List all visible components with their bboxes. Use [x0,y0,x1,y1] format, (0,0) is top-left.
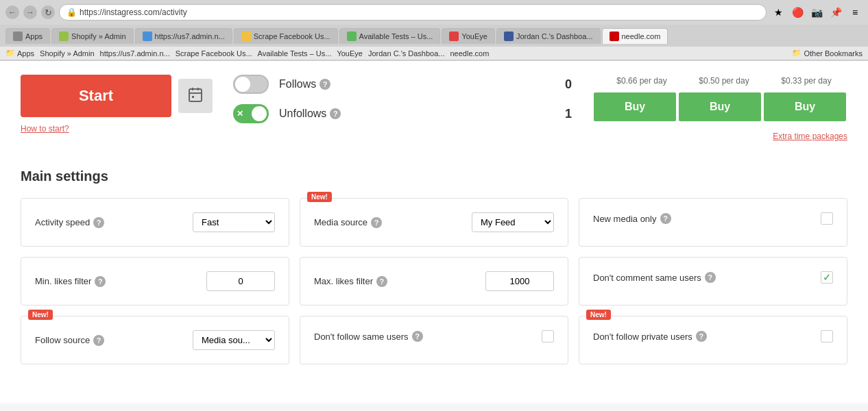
back-button[interactable]: ← [5,5,19,19]
min-likes-input[interactable] [206,271,275,291]
dont-follow-same-users-card: Don't follow same users ? [300,316,568,364]
new-media-only-row: New media only ? [593,212,833,225]
svg-rect-4 [192,96,194,98]
tab-apps[interactable]: Apps [5,28,50,44]
unfollows-help-icon[interactable]: ? [330,108,341,119]
media-source-row: Media source ? My Feed Hashtag Location … [314,212,554,232]
calendar-button[interactable] [178,79,213,113]
activity-speed-row: Activity speed ? Fast Slow Medium Very F… [35,212,275,232]
refresh-button[interactable]: ↻ [41,5,55,19]
svg-rect-0 [189,89,202,101]
tab-us7[interactable]: https://us7.admin.n... [135,28,232,44]
dont-follow-same-users-help-icon[interactable]: ? [412,331,423,342]
bookmark-shopify[interactable]: Shopify » Admin [40,49,95,58]
address-bar[interactable]: 🔒 https://instagress.com/activity [59,4,767,21]
dont-comment-same-users-card: Don't comment same users ? ✓ [579,257,847,306]
bookmark-apps[interactable]: 📁 Apps [5,49,34,58]
dont-follow-same-users-checkbox[interactable] [542,330,554,342]
extension-icon-1[interactable]: 🔴 [790,5,805,20]
bookmark-youeye[interactable]: YouEye [337,49,363,58]
menu-button[interactable]: ≡ [847,5,863,20]
bookmark-other[interactable]: 📁 Other Bookmarks [792,49,863,58]
tab-label: YouEye [461,32,487,40]
min-likes-card: Min. likes filter ? [21,257,289,306]
tab-favicon [504,32,514,41]
min-likes-help-icon[interactable]: ? [95,276,106,287]
bookmark-jordan[interactable]: Jordan C.'s Dashboa... [368,49,445,58]
main-settings-title: Main settings [21,169,847,184]
tab-favicon [13,32,23,41]
tab-scrape[interactable]: Scrape Facebook Us... [234,28,338,44]
dont-follow-private-help-icon[interactable]: ? [696,331,707,342]
lock-icon: 🔒 [67,8,77,17]
media-source-new-badge: New! [307,192,332,202]
media-source-help-icon[interactable]: ? [371,217,382,228]
activity-speed-card: Activity speed ? Fast Slow Medium Very F… [21,198,289,247]
media-source-label: Media source ? [314,217,382,228]
tab-label: Scrape Facebook Us... [254,32,330,40]
follow-source-select[interactable]: Media sou... Hashtag Location [193,330,275,350]
new-media-only-help-icon[interactable]: ? [660,213,671,224]
tabs-bar: Apps Shopify » Admin https://us7.admin.n… [0,25,868,47]
media-source-card: New! Media source ? My Feed Hashtag Loca… [300,198,568,247]
dont-comment-row: Don't comment same users ? ✓ [593,271,833,284]
follow-source-help-icon[interactable]: ? [93,335,104,346]
price-col-3: $0.33 per day [765,75,847,86]
follow-source-card: New! Follow source ? Media sou... Hashta… [21,316,289,364]
tab-needle[interactable]: needle.com [602,28,668,44]
how-to-start-link[interactable]: How to start? [21,124,213,134]
bookmarks-bar: 📁 Apps Shopify » Admin https://us7.admin… [0,47,868,60]
tab-label: https://us7.admin.n... [155,32,225,40]
min-likes-row: Min. likes filter ? [35,271,275,291]
activity-speed-help-icon[interactable]: ? [93,217,104,228]
extension-icon-3[interactable]: 📌 [828,5,843,20]
tab-label: Jordan C.'s Dashboa... [516,32,593,40]
follows-count: 0 [544,77,572,92]
follow-source-new-badge: New! [28,310,53,320]
tab-label: Available Tests – Us... [359,32,433,40]
tab-jordan[interactable]: Jordan C.'s Dashboa... [496,28,601,44]
bookmark-label: Jordan C.'s Dashboa... [368,49,445,58]
dont-comment-help-icon[interactable]: ? [705,272,716,283]
dont-follow-same-users-row: Don't follow same users ? [314,330,554,342]
start-row: Start [21,75,213,117]
forward-button[interactable]: → [23,5,37,19]
toggle-x-icon: ✕ [237,109,243,119]
tab-shopify[interactable]: Shopify » Admin [51,28,134,44]
dont-follow-private-label: Don't follow private users ? [593,331,707,342]
activity-speed-label: Activity speed ? [35,217,104,228]
extension-icon-2[interactable]: 📷 [809,5,824,20]
start-button[interactable]: Start [21,75,171,117]
bookmark-needle[interactable]: needle.com [450,49,490,58]
max-likes-label: Max. likes filter ? [314,276,387,287]
page-content: Start How to start? [0,61,868,403]
follows-label: Follows ? [279,78,330,90]
dont-follow-private-new-badge: New! [586,310,611,320]
dont-follow-private-row: Don't follow private users ? [593,330,833,342]
url-text: https://instagress.com/activity [80,8,187,17]
new-media-only-checkbox[interactable] [821,212,833,225]
dont-follow-private-checkbox[interactable] [821,330,833,342]
follows-toggle[interactable] [233,75,269,94]
unfollows-toggle[interactable]: ✕ [233,104,269,123]
tab-label: needle.com [622,32,661,40]
follows-help-icon[interactable]: ? [320,79,330,90]
max-likes-input[interactable] [485,271,554,291]
buy-button-2[interactable]: Buy [679,92,761,121]
dont-comment-checkbox[interactable]: ✓ [821,271,833,284]
max-likes-help-icon[interactable]: ? [376,276,387,287]
bookmark-label: https://us7.admin.n... [100,49,170,58]
media-source-select[interactable]: My Feed Hashtag Location Competitor [472,212,554,232]
buy-button-1[interactable]: Buy [594,92,676,121]
extra-time-packages-link[interactable]: Extra time packages [773,132,847,141]
activity-speed-select[interactable]: Fast Slow Medium Very Fast [193,212,275,232]
tab-youeye[interactable]: YouEye [442,28,495,44]
bookmark-available-tests[interactable]: Available Tests – Us... [258,49,332,58]
tab-available-tests[interactable]: Available Tests – Us... [339,28,441,44]
buy-button-3[interactable]: Buy [764,92,846,121]
bookmark-scrape[interactable]: Scrape Facebook Us... [176,49,252,58]
dont-follow-same-users-label: Don't follow same users ? [314,331,423,342]
bookmark-label: Shopify » Admin [40,49,95,58]
bookmark-us7[interactable]: https://us7.admin.n... [100,49,170,58]
bookmark-star-button[interactable]: ★ [771,5,786,20]
